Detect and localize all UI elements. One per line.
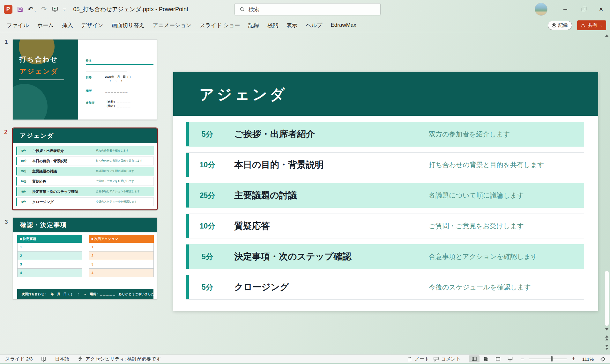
ribbon-tab-6[interactable]: アニメーション bbox=[149, 18, 196, 32]
save-icon[interactable] bbox=[17, 6, 23, 12]
agenda-row-desc: 打ち合わせの背景と目的を共有します bbox=[429, 160, 544, 169]
comments-button[interactable]: コメント bbox=[433, 356, 461, 362]
agenda-row-time: 10分 bbox=[186, 160, 228, 170]
agenda-row[interactable]: 10分質疑応答ご質問・ご意見をお受けします bbox=[186, 214, 584, 238]
ribbon-tab-9[interactable]: 校閲 bbox=[263, 18, 282, 32]
thumb-row-title: 本日の目的・背景説明 bbox=[32, 159, 67, 164]
accessibility-person-icon bbox=[78, 356, 83, 362]
agenda-row-accent bbox=[186, 214, 189, 238]
agenda-row[interactable]: 5分決定事項・次のステップ確認合意事項とアクションを確認します bbox=[186, 244, 584, 269]
titlebar-controls: ✕ bbox=[535, 0, 610, 18]
decision-row: 4 bbox=[17, 269, 82, 277]
accessibility-text: アクセシビリティ: 検討が必要です bbox=[85, 356, 161, 362]
record-button[interactable]: 記録 bbox=[548, 21, 572, 30]
minimize-button[interactable] bbox=[556, 0, 574, 18]
slide-indicator[interactable]: スライド 2/3 bbox=[5, 356, 33, 362]
zoom-out-button[interactable]: − bbox=[519, 356, 525, 362]
powerpoint-window: P ↶ ⌄ ↷ ⌄ 05_打ち合わせアジェンダ.pptx - PowerPoin… bbox=[0, 0, 610, 364]
thumb-row-accent bbox=[16, 167, 17, 175]
agenda-row[interactable]: 5分クロージング今後のスケジュールを確認します bbox=[186, 275, 584, 300]
agenda-row-accent bbox=[186, 183, 189, 207]
agenda-row-title: 本日の目的・背景説明 bbox=[234, 159, 324, 171]
spellcheck-button[interactable] bbox=[41, 356, 47, 362]
agenda-row[interactable]: 25分主要議題の討議各議題について順に議論します bbox=[186, 183, 584, 208]
ribbon-right-buttons: 記録 共有 ⌄ bbox=[548, 18, 606, 32]
decision-row: 1 bbox=[17, 243, 82, 251]
thumb-row-accent bbox=[16, 198, 17, 206]
agenda-row-time: 10分 bbox=[186, 221, 228, 231]
previous-slide-button[interactable] bbox=[605, 335, 608, 340]
fit-to-window-button[interactable] bbox=[598, 355, 608, 363]
slide-canvas[interactable]: アジェンダ 5分ご挨拶・出席者紹介双方の参加者を紹介します10分本日の目的・背景… bbox=[173, 72, 598, 311]
agenda-row-accent bbox=[186, 122, 189, 146]
slideshow-view-button[interactable] bbox=[505, 355, 516, 362]
agenda-row[interactable]: 5分ご挨拶・出席者紹介双方の参加者を紹介します bbox=[186, 122, 584, 147]
ribbon-tab-11[interactable]: ヘルプ bbox=[301, 18, 326, 32]
thumb-row-accent bbox=[16, 147, 17, 155]
ribbon-tab-1[interactable]: ファイル bbox=[3, 18, 33, 32]
zoom-slider[interactable] bbox=[529, 359, 567, 359]
reading-view-button[interactable] bbox=[493, 355, 503, 362]
workspace: 1 2 3 打ち合わせ アジェンダ 件名 日時 2026年 月 日（ ） ： ～… bbox=[0, 33, 610, 354]
record-icon bbox=[552, 23, 556, 27]
thumb-row-title: 質疑応答 bbox=[32, 179, 46, 184]
ribbon-tab-10[interactable]: 表示 bbox=[282, 18, 301, 32]
undo-dropdown-icon[interactable]: ⌄ bbox=[34, 9, 37, 13]
normal-view-button[interactable] bbox=[469, 355, 480, 362]
vertical-scrollbar[interactable] bbox=[604, 33, 610, 354]
slide-1-thumbnail[interactable]: 打ち合わせ アジェンダ 件名 日時 2026年 月 日（ ） ： ～ ： 場所 … bbox=[13, 39, 157, 120]
close-button[interactable]: ✕ bbox=[592, 0, 610, 18]
thumb-row-title: クロージング bbox=[32, 200, 54, 204]
thumb-row-time: 5分 bbox=[16, 190, 31, 194]
decisions-header: ■ 決定事項 bbox=[17, 235, 82, 243]
scroll-down-icon[interactable] bbox=[605, 328, 608, 331]
start-slideshow-icon[interactable] bbox=[51, 6, 58, 12]
share-button[interactable]: 共有 ⌄ bbox=[577, 20, 606, 30]
undo-button[interactable]: ↶ ⌄ bbox=[28, 5, 37, 13]
thumb-agenda-row: 10分本日の目的・背景説明打ち合わせの背景と目的を共有します bbox=[16, 157, 154, 165]
zoom-slider-thumb[interactable] bbox=[551, 356, 553, 361]
actions-header: ■ 次回アクション bbox=[89, 235, 154, 243]
notes-button[interactable]: ノート bbox=[407, 356, 429, 362]
search-box[interactable]: 検索 bbox=[234, 3, 381, 15]
slide-2-thumbnail-selected[interactable]: アジェンダ 5分ご挨拶・出席者紹介双方の参加者を紹介します10分本日の目的・背景… bbox=[12, 127, 158, 210]
undo-icon: ↶ bbox=[28, 5, 33, 13]
scroll-up-icon[interactable] bbox=[605, 34, 608, 37]
agenda-row[interactable]: 10分本日の目的・背景説明打ち合わせの背景と目的を共有します bbox=[186, 152, 584, 177]
customize-qat-icon[interactable]: ⌄ bbox=[63, 8, 66, 11]
spellcheck-book-icon bbox=[41, 356, 47, 362]
agenda-row-title: 決定事項・次のステップ確認 bbox=[234, 251, 351, 263]
thumb-row-desc: 合意事項とアクションを確認します bbox=[96, 190, 140, 193]
restore-button[interactable] bbox=[574, 0, 592, 18]
subject-blank-line bbox=[86, 71, 127, 71]
user-avatar[interactable] bbox=[535, 3, 547, 16]
ribbon-tab-2[interactable]: ホーム bbox=[33, 18, 58, 32]
ribbon-tab-5[interactable]: 画面切り替え bbox=[108, 18, 149, 32]
share-icon bbox=[581, 23, 585, 28]
slide-title-banner[interactable]: アジェンダ bbox=[173, 72, 598, 116]
thumb-row-desc: 各議題について順に議論します bbox=[96, 169, 134, 173]
ribbon-tab-3[interactable]: 挿入 bbox=[58, 18, 77, 32]
slide1-teal-circle bbox=[13, 84, 48, 120]
slide1-title-line2: アジェンダ bbox=[19, 67, 58, 76]
ribbon-tab-8[interactable]: 記録 bbox=[244, 18, 263, 32]
ribbon-tab-7[interactable]: スライド ショー bbox=[196, 18, 244, 32]
ribbon-tab-12[interactable]: EdrawMax bbox=[327, 18, 361, 32]
accessibility-checker[interactable]: アクセシビリティ: 検討が必要です bbox=[78, 356, 161, 362]
scrollbar-thumb[interactable] bbox=[605, 271, 609, 326]
slide2-agenda-rows: 5分ご挨拶・出席者紹介双方の参加者を紹介します10分本日の目的・背景説明打ち合わ… bbox=[16, 146, 154, 207]
thumb-row-title: 主要議題の討議 bbox=[32, 169, 57, 174]
location-label: 場所 bbox=[86, 89, 92, 93]
slide-3-thumbnail[interactable]: 確認・決定事項 ■ 決定事項 1234 ■ 次回アクション 1234 次回打ち合… bbox=[13, 217, 157, 299]
language-indicator[interactable]: 日本語 bbox=[55, 356, 69, 362]
thumb-row-title: ご挨拶・出席者紹介 bbox=[32, 149, 64, 153]
agenda-row-accent bbox=[186, 244, 189, 269]
title-bar: P ↶ ⌄ ↷ ⌄ 05_打ち合わせアジェンダ.pptx - PowerPoin… bbox=[0, 0, 610, 18]
redo-icon[interactable]: ↷ bbox=[41, 5, 47, 13]
zoom-in-button[interactable]: + bbox=[570, 356, 577, 362]
ribbon-tab-4[interactable]: デザイン bbox=[77, 18, 108, 32]
document-title: 05_打ち合わせアジェンダ.pptx - PowerPoint bbox=[73, 5, 188, 13]
next-slide-button[interactable] bbox=[605, 345, 608, 350]
slide-sorter-view-button[interactable] bbox=[481, 355, 491, 362]
zoom-level[interactable]: 111% bbox=[580, 356, 594, 362]
